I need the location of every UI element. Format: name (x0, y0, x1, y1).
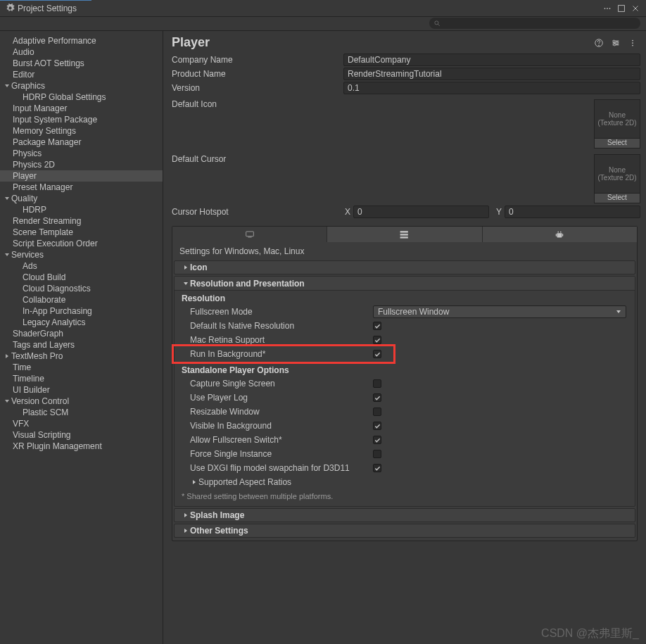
supported-aspect[interactable]: Supported Aspect Ratios (175, 475, 635, 489)
sidebar-item-graphics[interactable]: Graphics (0, 80, 163, 91)
sidebar-item-services[interactable]: Services (0, 249, 163, 260)
sidebar-item-memory-settings[interactable]: Memory Settings (0, 125, 163, 137)
sidebar-item-adaptive-performance[interactable]: Adaptive Performance (0, 35, 163, 46)
tab-android[interactable] (483, 227, 637, 242)
use-player-log-checkbox[interactable] (373, 393, 381, 402)
sidebar-item-textmesh-pro[interactable]: TextMesh Pro (0, 351, 163, 362)
sidebar-item-hdrp-global-settings[interactable]: HDRP Global Settings (0, 91, 163, 103)
sidebar-item-cloud-build[interactable]: Cloud Build (0, 272, 163, 283)
mac-retina-checkbox[interactable] (373, 336, 381, 344)
standalone-group: Standalone Player Options (175, 361, 635, 377)
sidebar-item-editor[interactable]: Editor (0, 69, 163, 80)
section-resolution[interactable]: Resolution and Presentation (175, 277, 635, 291)
sidebar-item-ads[interactable]: Ads (0, 260, 163, 272)
visible-bg-checkbox[interactable] (373, 422, 381, 430)
allow-fs-checkbox[interactable] (373, 436, 381, 444)
svg-point-11 (632, 42, 633, 44)
force-single-checkbox[interactable] (373, 450, 381, 458)
default-native-label: Default Is Native Resolution (190, 321, 373, 331)
sidebar-item-visual-scripting[interactable]: Visual Scripting (0, 429, 163, 441)
sidebar-item-collaborate[interactable]: Collaborate (0, 294, 163, 305)
sidebar-item-vfx[interactable]: VFX (0, 418, 163, 429)
sidebar-item-input-manager[interactable]: Input Manager (0, 103, 163, 114)
default-icon-select[interactable]: Select (594, 139, 640, 149)
sidebar-item-preset-manager[interactable]: Preset Manager (0, 182, 163, 193)
help-icon[interactable] (594, 38, 604, 48)
cursor-hotspot-y[interactable]: 0 (505, 206, 640, 218)
dxgi-checkbox[interactable] (373, 464, 381, 472)
svg-point-12 (632, 44, 633, 46)
svg-point-1 (607, 8, 608, 9)
section-icon[interactable]: Icon (174, 260, 635, 274)
sidebar-item-burst-aot-settings[interactable]: Burst AOT Settings (0, 58, 163, 69)
svg-point-17 (558, 232, 559, 233)
tab-standalone[interactable] (172, 227, 327, 242)
cursor-hotspot-x[interactable]: 0 (353, 206, 489, 218)
version-field[interactable]: 0.1 (343, 82, 640, 94)
sidebar-item-quality[interactable]: Quality (0, 193, 163, 204)
more-icon[interactable] (628, 38, 638, 48)
close-icon[interactable] (631, 4, 640, 13)
allow-fs-label: Allow Fullscreen Switch* (190, 435, 373, 445)
sidebar-item-time[interactable]: Time (0, 362, 163, 373)
svg-rect-15 (400, 234, 408, 235)
sidebar-item-script-execution-order[interactable]: Script Execution Order (0, 238, 163, 249)
svg-point-6 (599, 45, 600, 46)
menu-icon[interactable] (602, 4, 612, 13)
svg-point-9 (614, 44, 616, 46)
capture-single-checkbox[interactable] (373, 379, 381, 388)
section-splash[interactable]: Splash Image (174, 508, 635, 522)
sidebar-item-plastic-scm[interactable]: Plastic SCM (0, 407, 163, 418)
fullscreen-mode-dropdown[interactable]: Fullscreen Window (373, 305, 626, 318)
page-title: Player (172, 35, 594, 50)
sidebar-item-physics[interactable]: Physics (0, 148, 163, 159)
sidebar-item-in-app-purchasing[interactable]: In-App Purchasing (0, 305, 163, 317)
run-bg-checkbox[interactable] (373, 350, 381, 358)
default-icon-slot[interactable]: None(Texture 2D) (594, 99, 640, 139)
sidebar-item-xr-plugin-management[interactable]: XR Plugin Management (0, 441, 163, 452)
tab-server[interactable] (327, 227, 482, 242)
sidebar-item-audio[interactable]: Audio (0, 46, 163, 58)
dxgi-label: Use DXGI flip model swapchain for D3D11 (190, 463, 373, 473)
company-name-field[interactable]: DefaultCompany (343, 53, 640, 66)
sidebar-item-physics-2d[interactable]: Physics 2D (0, 159, 163, 170)
search-input[interactable] (429, 18, 640, 29)
sidebar-item-cloud-diagnostics[interactable]: Cloud Diagnostics (0, 283, 163, 294)
svg-point-8 (616, 42, 618, 44)
sidebar-item-input-system-package[interactable]: Input System Package (0, 114, 163, 125)
sidebar-item-shadergraph[interactable]: ShaderGraph (0, 328, 163, 339)
resolution-group: Resolution (175, 291, 635, 305)
use-player-log-label: Use Player Log (190, 393, 373, 403)
sidebar-item-player[interactable]: Player (0, 170, 163, 182)
default-native-checkbox[interactable] (373, 322, 381, 330)
gear-icon (6, 4, 15, 13)
mac-retina-label: Mac Retina Support (190, 335, 373, 345)
resizable-label: Resizable Window (190, 407, 373, 417)
svg-point-0 (604, 8, 606, 9)
svg-point-4 (435, 21, 438, 25)
product-name-field[interactable]: RenderStreamingTutorial (343, 68, 640, 80)
svg-point-18 (560, 232, 562, 233)
force-single-label: Force Single Instance (190, 449, 373, 459)
svg-point-7 (613, 40, 615, 42)
sidebar-item-render-streaming[interactable]: Render Streaming (0, 215, 163, 227)
sidebar-item-version-control[interactable]: Version Control (0, 396, 163, 407)
visible-bg-label: Visible In Background (190, 421, 373, 431)
preset-icon[interactable] (611, 38, 621, 48)
svg-point-2 (609, 8, 611, 9)
svg-rect-3 (619, 5, 625, 11)
sidebar-item-legacy-analytics[interactable]: Legacy Analytics (0, 317, 163, 328)
sidebar-item-tags-and-layers[interactable]: Tags and Layers (0, 339, 163, 351)
maximize-icon[interactable] (616, 4, 626, 13)
footnote: * Shared setting between multiple platfo… (175, 489, 635, 506)
sidebar-item-timeline[interactable]: Timeline (0, 373, 163, 384)
sidebar-item-package-manager[interactable]: Package Manager (0, 137, 163, 148)
resizable-checkbox[interactable] (373, 408, 381, 416)
sidebar-item-ui-builder[interactable]: UI Builder (0, 384, 163, 396)
sidebar-item-hdrp[interactable]: HDRP (0, 204, 163, 215)
default-cursor-select[interactable]: Select (594, 194, 640, 203)
sidebar-item-scene-template[interactable]: Scene Template (0, 227, 163, 238)
default-cursor-slot[interactable]: None(Texture 2D) (594, 154, 640, 194)
section-other[interactable]: Other Settings (174, 524, 635, 538)
product-name-label: Product Name (172, 69, 343, 79)
